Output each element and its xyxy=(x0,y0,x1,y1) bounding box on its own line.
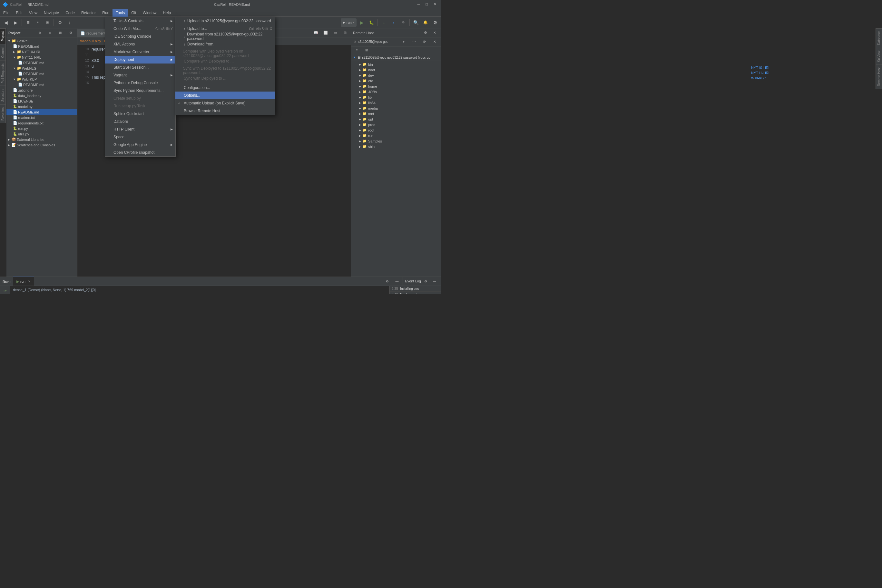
dd-upload-to[interactable]: ↑ Upload to... Ctrl+Alt+Shift+X xyxy=(176,25,274,33)
tree-nyt10[interactable]: ▶ 📁 NYT10-HRL xyxy=(6,49,77,54)
remote-item-home[interactable]: ▶ 📁 home xyxy=(351,84,441,89)
tree-scratches[interactable]: ▶ 📝 Scratches and Consoles xyxy=(6,142,77,148)
left-tab-favorites[interactable]: Favorites xyxy=(0,105,6,123)
tree-model[interactable]: 🐍 model.py xyxy=(6,104,77,109)
bottom-settings[interactable]: ⚙ xyxy=(382,277,392,286)
toolbar-sync-button[interactable]: ↕ xyxy=(65,18,74,27)
menu-edit[interactable]: Edit xyxy=(13,9,26,17)
left-tab-pull[interactable]: Pull Requests xyxy=(0,61,6,86)
tree-gitignore[interactable]: 📄 .gitignore xyxy=(6,87,77,93)
remote-item-root[interactable]: ▶ 📁 root xyxy=(351,128,441,133)
remote-settings[interactable]: ⚙ xyxy=(421,28,430,38)
dd-python-debug[interactable]: Python or Debug Console xyxy=(105,79,176,87)
tree-wikibkp[interactable]: ▼ 📁 Wiki-KBP xyxy=(6,76,77,82)
dd-http[interactable]: HTTP Client ▶ xyxy=(105,125,176,133)
remote-close2[interactable]: ✕ xyxy=(430,38,439,46)
menu-navigate[interactable]: Navigate xyxy=(40,9,62,17)
split-window-button[interactable]: ⊞ xyxy=(340,28,350,37)
left-tab-project[interactable]: Project xyxy=(0,28,6,44)
remote-item-lib[interactable]: ▶ 📁 lib xyxy=(351,94,441,100)
dd-gae[interactable]: Google App Engine ▶ xyxy=(105,141,176,148)
menu-help[interactable]: Help xyxy=(160,9,174,17)
event-log-settings[interactable]: ⚙ xyxy=(421,277,430,286)
dd-codewith[interactable]: Code With Me... Ctrl+Shift+Y xyxy=(105,25,176,33)
menu-window[interactable]: Window xyxy=(140,9,160,17)
tree-dataloader[interactable]: 🐍 data_loader.py xyxy=(6,93,77,98)
dd-auto-upload[interactable]: ✓ Automatic Upload (on Explicit Save) xyxy=(176,99,274,107)
tree-runpy[interactable]: 🐍 run.py xyxy=(6,126,77,131)
dd-download-from[interactable]: ↓ Download from... xyxy=(176,40,274,48)
remote-toolbar-btn1[interactable]: ≡ xyxy=(352,46,362,55)
toolbar-structure-button[interactable]: ☰ xyxy=(24,18,33,27)
dd-download-specific[interactable]: ↓ Download from s2110025@vpcc-gpu032:22 … xyxy=(176,33,274,40)
menu-tools[interactable]: Tools xyxy=(112,9,128,17)
project-collapse-button[interactable]: ≡ xyxy=(45,28,54,38)
remote-close[interactable]: ✕ xyxy=(430,28,439,38)
remote-item-boot[interactable]: ▶ 📁 boot xyxy=(351,67,441,72)
tree-readme-txt[interactable]: 📄 readme.txt xyxy=(6,115,77,120)
remote-item-jobs[interactable]: ▶ 📁 JOBs xyxy=(351,89,441,94)
run-tab-close[interactable]: ✕ xyxy=(28,280,31,283)
dd-datalore[interactable]: Datalore xyxy=(105,118,176,125)
run-config-dropdown[interactable]: ▶ run ▾ xyxy=(341,18,357,27)
dd-upload-specific[interactable]: ↑ Upload to s2110025@vpcc-gpu032:22 pass… xyxy=(176,17,274,25)
toolbar-settings2[interactable]: ⚙ xyxy=(430,18,440,27)
dd-xml[interactable]: XML Actions ▶ xyxy=(105,40,176,48)
dd-sphinx[interactable]: Sphinx Quickstart xyxy=(105,110,176,118)
dd-space[interactable]: Space xyxy=(105,133,176,141)
remote-item-sbin[interactable]: ▶ 📁 sbin xyxy=(351,144,441,149)
maximize-button[interactable]: □ xyxy=(424,2,430,7)
remote-item-etc[interactable]: ▶ 📁 etc xyxy=(351,78,441,84)
tree-requirements[interactable]: 📄 requirements.txt xyxy=(6,120,77,126)
remote-item-dev[interactable]: ▶ 📁 dev xyxy=(351,72,441,78)
close-button[interactable]: ✕ xyxy=(432,2,438,7)
toolbar-back-button[interactable]: ◀ xyxy=(1,18,10,27)
dd-deployment[interactable]: Deployment ▶ xyxy=(105,56,176,63)
dd-configuration[interactable]: Configuration... xyxy=(176,84,274,92)
toolbar-collapse-button[interactable]: ≡ xyxy=(33,18,42,27)
left-tab-structure[interactable]: Structure xyxy=(0,86,6,105)
tree-ext-libs[interactable]: ▶ 📦 External Libraries xyxy=(6,136,77,142)
tree-root[interactable]: ▼ 📁 CasRel xyxy=(6,38,77,44)
dd-ssh[interactable]: Start SSH Session... xyxy=(105,63,176,71)
remote-item-opt[interactable]: ▶ 📁 opt xyxy=(351,116,441,122)
tab-run-active[interactable]: ▶ run ✕ xyxy=(13,277,34,286)
menu-file[interactable]: File xyxy=(0,9,13,17)
tree-wiki-readme[interactable]: 📄 README.md xyxy=(6,82,77,87)
menu-code[interactable]: Code xyxy=(62,9,78,17)
tree-nyt11[interactable]: ▼ 📁 NYT11-HRL xyxy=(6,54,77,60)
project-locate-button[interactable]: ⊕ xyxy=(35,28,44,38)
remote-item-lib64[interactable]: ▶ 📁 lib64 xyxy=(351,100,441,105)
remote-item-proc[interactable]: ▶ 📁 proc xyxy=(351,122,441,128)
run-rerun-button[interactable]: ⟳ xyxy=(1,287,10,294)
project-expand-button[interactable]: ⊞ xyxy=(56,28,65,38)
remote-item-bin[interactable]: ▶ 📁 bin xyxy=(351,62,441,67)
split-vertical-button[interactable]: ▭ xyxy=(331,28,340,37)
tree-license[interactable]: 📄 LICENSE xyxy=(6,98,77,104)
menu-run[interactable]: Run xyxy=(99,9,112,17)
dd-vagrant[interactable]: Vagrant ▶ xyxy=(105,71,176,79)
dd-markdown[interactable]: Markdown Converter ▶ xyxy=(105,48,176,56)
tree-readme-main[interactable]: 📄 README.md xyxy=(6,109,77,115)
remote-item-media[interactable]: ▶ 📁 media xyxy=(351,105,441,111)
toolbar-settings-button[interactable]: ⚙ xyxy=(56,18,64,27)
remote-toolbar-btn2[interactable]: ⊞ xyxy=(362,46,371,55)
tree-webnlg[interactable]: ▼ 📁 WebNLG xyxy=(6,66,77,71)
remote-item-mnt[interactable]: ▶ 📁 mnt xyxy=(351,111,441,116)
tree-readme-root[interactable]: 📄 README.md xyxy=(6,44,77,49)
remote-root-item[interactable]: ▼ 🖥 s2110025@vpcc-gpu032:22 password (vp… xyxy=(351,54,441,61)
remote-item-run[interactable]: ▶ 📁 run xyxy=(351,133,441,138)
toolbar-git-update[interactable]: ↓ xyxy=(380,18,388,27)
toolbar-forward-button[interactable]: ▶ xyxy=(11,18,20,27)
tree-nyt11-readme[interactable]: 📄 README.md xyxy=(6,60,77,66)
dd-browse-remote[interactable]: Browse Remote Host xyxy=(176,107,274,115)
debug-button[interactable]: 🐛 xyxy=(367,18,376,27)
toolbar-git-history[interactable]: ⟳ xyxy=(399,18,408,27)
dd-options[interactable]: Options... xyxy=(176,92,274,99)
remote-item-samples[interactable]: ▶ 📁 Samples xyxy=(351,138,441,144)
remote-more[interactable]: ⋯ xyxy=(410,38,418,46)
project-settings-button[interactable]: ⚙ xyxy=(66,28,75,38)
run-button[interactable]: ▶ xyxy=(357,18,366,27)
dd-sync-req[interactable]: Sync Python Requirements... xyxy=(105,87,176,94)
tree-utils[interactable]: 🐍 utils.py xyxy=(6,131,77,136)
